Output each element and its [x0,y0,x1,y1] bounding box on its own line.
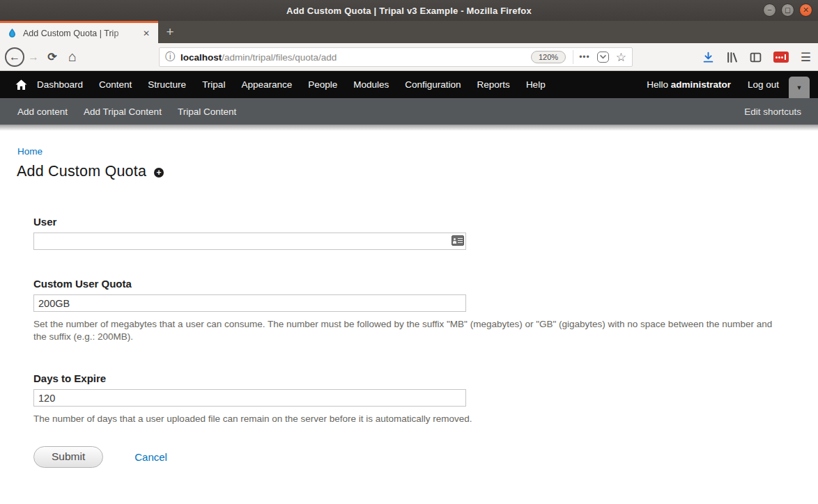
shortcut-links: Add content Add Tripal Content Tripal Co… [17,107,236,117]
menu-item-modules[interactable]: Modules [353,79,389,90]
admin-toolbar-right: Hello administrator Log out [647,79,779,90]
library-icon[interactable] [726,52,738,63]
menu-item-tripal[interactable]: Tripal [202,79,225,90]
menu-item-reports[interactable]: Reports [477,79,510,90]
page-header-region: Home Add Custom Quota + [0,125,818,189]
drupal-favicon-icon [7,28,17,38]
menu-item-dashboard[interactable]: Dashboard [37,79,83,90]
page-title: Add Custom Quota [17,163,146,180]
maximize-button[interactable]: ◻ [781,3,794,17]
bookmark-star-icon[interactable]: ☆ [616,50,626,65]
pocket-icon[interactable] [597,52,609,63]
admin-menu: Dashboard Content Structure Tripal Appea… [37,79,546,90]
lastpass-extension-icon[interactable] [773,52,789,63]
zoom-level-indicator[interactable]: 120% [531,51,566,63]
reload-button[interactable]: ⟳ [43,50,62,63]
menu-item-content[interactable]: Content [99,79,132,90]
cancel-link[interactable]: Cancel [134,451,167,463]
window-title: Add Custom Quota | Tripal v3 Example - M… [286,6,532,16]
breadcrumb: Home [17,146,43,157]
user-form-item: User [33,216,785,250]
sidebar-toggle-icon[interactable] [750,52,762,63]
shortcut-add-tripal-content[interactable]: Add Tripal Content [84,107,162,117]
url-host: localhost [180,52,222,63]
tab-close-icon[interactable]: ✕ [140,27,153,40]
browser-tab[interactable]: Add Custom Quota | Trip ✕ [0,21,158,43]
url-text[interactable]: localhost/admin/tripal/files/quota/add [180,52,531,63]
expire-label: Days to Expire [33,372,785,384]
back-button[interactable]: ← [5,47,24,67]
menu-item-help[interactable]: Help [526,79,546,90]
toolbar-right-icons: ☰ [702,43,811,71]
downloads-icon[interactable] [702,52,714,63]
menu-item-configuration[interactable]: Configuration [405,79,461,90]
caret-down-icon: ▼ [796,84,803,91]
quota-label: Custom User Quota [33,278,785,290]
menu-hamburger-icon[interactable]: ☰ [801,50,811,65]
page-title-row: Add Custom Quota + [17,163,164,180]
drupal-admin-toolbar: Dashboard Content Structure Tripal Appea… [0,71,818,98]
submit-button[interactable]: Submit [33,446,103,468]
window-controls: − ◻ ✕ [763,3,812,17]
help-plus-circle-icon[interactable]: + [154,168,164,178]
shortcut-add-content[interactable]: Add content [17,107,68,117]
quota-form-item: Custom User Quota Set the number of mega… [33,278,785,342]
expire-description: The number of days that a user uploaded … [33,413,785,425]
user-label: User [33,216,785,228]
shortcuts-bar: Add content Add Tripal Content Tripal Co… [0,98,818,125]
menu-item-appearance[interactable]: Appearance [241,79,292,90]
main-content: User Custom User Quota Set the number of… [0,189,818,504]
user-input[interactable] [33,233,466,250]
window-titlebar[interactable]: Add Custom Quota | Tripal v3 Example - M… [0,0,818,21]
new-tab-button[interactable]: + [158,21,182,43]
autocomplete-icon [452,235,464,246]
browser-toolbar: ← → ⟳ ⌂ ⓘ localhost/admin/tripal/files/q… [0,43,818,71]
breadcrumb-home-link[interactable]: Home [17,146,43,157]
user-greeting: Hello administrator [647,79,731,90]
toolbar-orientation-toggle[interactable]: ▼ [789,77,810,98]
tab-bar: Add Custom Quota | Trip ✕ + [0,21,818,43]
form-actions: Submit Cancel [33,446,785,468]
close-button[interactable]: ✕ [799,3,812,17]
forward-button: → [24,51,43,63]
url-bar[interactable]: ⓘ localhost/admin/tripal/files/quota/add… [159,47,633,67]
quota-description: Set the number of megabytes that a user … [33,318,785,342]
edit-shortcuts-link[interactable]: Edit shortcuts [744,107,801,117]
menu-item-structure[interactable]: Structure [148,79,186,90]
minimize-button[interactable]: − [763,3,776,17]
quota-input[interactable] [33,294,466,312]
username: administrator [671,79,731,90]
menu-item-people[interactable]: People [308,79,337,90]
drupal-home-icon[interactable] [15,79,27,90]
site-info-icon[interactable]: ⓘ [165,51,175,63]
logout-link[interactable]: Log out [748,79,779,90]
shortcut-tripal-content[interactable]: Tripal Content [178,107,236,117]
url-path: /admin/tripal/files/quota/add [222,52,337,63]
browser-home-button[interactable]: ⌂ [62,49,83,65]
header-shadow [0,125,818,131]
urlbar-divider [573,50,573,64]
expire-form-item: Days to Expire The number of days that a… [33,372,785,425]
page-actions-icon[interactable]: ••• [579,52,590,62]
tab-title: Add Custom Quota | Trip [23,29,134,38]
expire-input[interactable] [33,389,466,407]
